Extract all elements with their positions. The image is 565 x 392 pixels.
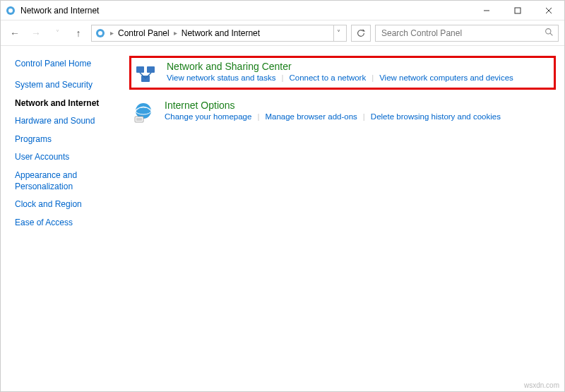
svg-rect-17 [135,117,143,122]
sidebar-item[interactable]: User Accounts [15,152,121,163]
category-title[interactable]: Internet Options [165,100,553,111]
svg-point-1 [8,8,13,13]
sidebar-item[interactable]: Appearance and Personalization [15,170,121,192]
search-icon[interactable] [545,28,554,39]
task-separator: | [251,112,265,121]
svg-line-9 [550,33,552,35]
chevron-right-icon[interactable]: ▸ [109,29,115,37]
svg-rect-12 [141,76,150,82]
category-tasks: View network status and tasks|Connect to… [167,73,551,82]
task-link[interactable]: View network computers and devices [379,73,513,82]
back-button[interactable]: ← [6,25,23,42]
chevron-right-icon[interactable]: ▸ [172,29,179,37]
category-tasks: Change your homepage|Manage browser add-… [165,112,553,121]
svg-rect-11 [147,66,155,73]
main-content: Network and Sharing CenterView network s… [121,46,564,392]
titlebar: Network and Internet [1,1,564,20]
sidebar-item[interactable]: System and Security [15,80,121,91]
refresh-button[interactable] [351,25,371,42]
svg-point-7 [98,31,102,35]
address-dropdown[interactable]: ˅ [333,25,343,41]
network-sharing-icon [134,62,157,85]
svg-point-8 [546,28,551,33]
breadcrumb-item[interactable]: Control Panel [118,28,170,38]
sidebar-item[interactable]: Ease of Access [15,218,121,229]
sidebar: Control Panel Home System and SecurityNe… [1,46,121,392]
watermark: wsxdn.com [524,381,559,389]
forward-button[interactable]: → [28,25,44,42]
task-link[interactable]: Change your homepage [165,112,251,121]
up-button[interactable]: ↑ [70,25,87,42]
window-title: Network and Internet [20,6,471,16]
task-separator: | [366,73,379,82]
svg-rect-3 [515,8,521,13]
sidebar-item[interactable]: Network and Internet [15,98,121,109]
breadcrumb[interactable]: ▸ Control Panel ▸ Network and Internet ˅ [91,25,347,42]
control-panel-icon [95,28,106,39]
minimize-button[interactable] [471,1,502,20]
task-separator: | [357,112,371,121]
task-link[interactable]: View network status and tasks [167,73,275,82]
search-box[interactable] [375,25,559,42]
category: Network and Sharing CenterView network s… [129,56,556,90]
task-link[interactable]: Connect to a network [289,73,366,82]
category-title[interactable]: Network and Sharing Center [167,61,551,72]
control-panel-icon [5,5,16,16]
sidebar-item[interactable]: Hardware and Sound [15,116,121,127]
category: Internet OptionsChange your homepage|Man… [129,97,556,126]
task-link[interactable]: Manage browser add-ons [265,112,357,121]
close-button[interactable] [533,1,564,20]
task-separator: | [275,73,289,82]
sidebar-item[interactable]: Programs [15,134,121,145]
maximize-button[interactable] [502,1,533,20]
search-input[interactable] [380,28,540,39]
recent-locations-button[interactable]: ˅ [49,25,66,42]
breadcrumb-item[interactable]: Network and Internet [182,28,260,38]
task-link[interactable]: Delete browsing history and cookies [371,112,501,121]
sidebar-item[interactable]: Clock and Region [15,199,121,210]
internet-options-icon [132,101,155,124]
control-panel-home-link[interactable]: Control Panel Home [15,59,121,69]
svg-rect-10 [136,66,144,73]
address-bar: ← → ˅ ↑ ▸ Control Panel ▸ Network and In… [1,20,564,46]
